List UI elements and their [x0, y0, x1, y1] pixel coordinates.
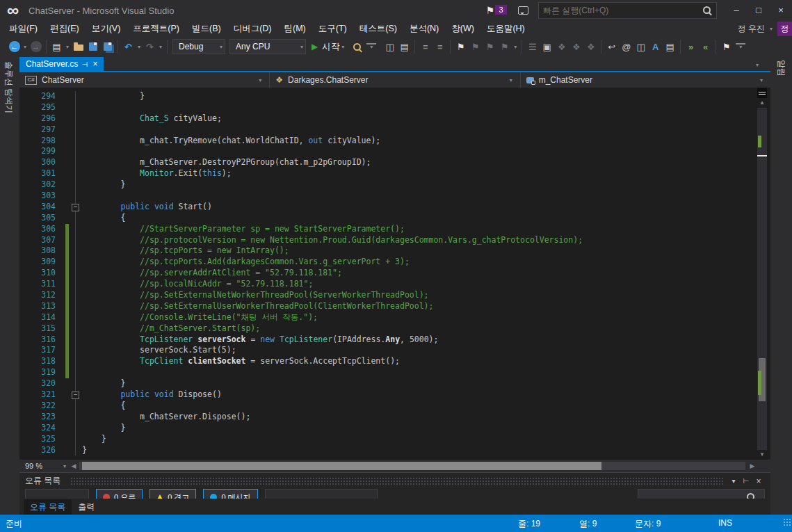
- navigate-marker-icon[interactable]: ◫: [633, 39, 648, 54]
- code-text[interactable]: //sp.serverAddrAtClient = "52.79.118.181…: [82, 268, 757, 279]
- code-text[interactable]: //sp.SetExternalUserWorkerThreadPool(Cli…: [82, 301, 757, 312]
- panel-title-bar[interactable]: 오류 목록 ▾ ⊣ ×: [19, 473, 770, 489]
- warnings-filter-button[interactable]: 0 경고: [149, 489, 196, 499]
- line-number[interactable]: 305: [19, 213, 56, 224]
- next-bookmark-icon[interactable]: ⚑: [483, 39, 497, 54]
- status-insert-mode[interactable]: INS: [718, 518, 732, 528]
- code-snippets-icon[interactable]: ▣: [540, 39, 554, 54]
- quick-launch-input[interactable]: [539, 6, 703, 15]
- line-number[interactable]: 300: [19, 157, 56, 168]
- code-text[interactable]: }: [82, 423, 757, 434]
- code-text[interactable]: serverSock.Start(5);: [82, 345, 757, 356]
- code-text[interactable]: }: [82, 378, 757, 389]
- chevron-down-icon[interactable]: ▾: [61, 463, 68, 469]
- code-text[interactable]: [82, 146, 757, 157]
- line-number[interactable]: 311: [19, 279, 56, 290]
- code-text[interactable]: //Console.WriteLine("채팅 서버 작동.");: [82, 312, 757, 323]
- copy-format-icon[interactable]: ▤: [397, 39, 412, 54]
- uncomment-selection-icon[interactable]: ≡: [433, 39, 447, 54]
- quick-launch-box[interactable]: [538, 2, 717, 19]
- line-number[interactable]: 308: [19, 245, 56, 257]
- menu-item[interactable]: 테스트(S): [353, 21, 403, 36]
- horizontal-scrollbar[interactable]: [79, 462, 745, 470]
- document-well-dropdown-icon[interactable]: ▾: [754, 62, 761, 68]
- increase-indent-icon[interactable]: »: [684, 39, 698, 54]
- code-text[interactable]: [82, 102, 757, 113]
- line-number[interactable]: 307: [19, 235, 56, 246]
- code-text[interactable]: //sp.protocolVersion = new Nettention.Pr…: [82, 235, 757, 246]
- editor-splitter-handle[interactable]: [757, 88, 767, 98]
- member-dropdown[interactable]: m_ChatServer ▾: [521, 72, 770, 88]
- panel-tab-active[interactable]: 오류 목록: [24, 499, 72, 515]
- vertical-scrollbar[interactable]: ▲ ▼: [757, 88, 767, 460]
- code-text[interactable]: {: [82, 401, 757, 412]
- code-text[interactable]: public void Start(): [82, 202, 757, 213]
- code-text[interactable]: m_ChatServer.DestroyP2PGroup(chat.m_p2pG…: [82, 157, 757, 168]
- code-text[interactable]: TcpClient clientSocket = serverSock.Acce…: [82, 356, 757, 367]
- scroll-right-icon[interactable]: ▶: [747, 462, 758, 469]
- solution-explorer-tab[interactable]: 솔루션 탐색기: [3, 61, 15, 113]
- line-number[interactable]: 323: [19, 412, 56, 423]
- menu-item[interactable]: 도구(T): [312, 21, 353, 36]
- pin-icon[interactable]: ⊣: [740, 477, 752, 485]
- panel-dropdown-icon[interactable]: ▾: [727, 477, 740, 485]
- menu-item[interactable]: 분석(N): [403, 21, 445, 36]
- code-text[interactable]: m_chat.TryRemove(chat.WorldChatID, out c…: [82, 136, 757, 147]
- code-text[interactable]: [82, 191, 757, 202]
- status-char[interactable]: 문자: 9: [635, 518, 661, 530]
- code-text[interactable]: {: [82, 213, 757, 224]
- sort-lines-icon[interactable]: A: [648, 39, 663, 54]
- line-number[interactable]: 303: [19, 191, 56, 202]
- scope-filter-dropdown[interactable]: [25, 489, 89, 499]
- messages-filter-button[interactable]: 0 메시지: [203, 489, 257, 499]
- line-number[interactable]: 310: [19, 268, 56, 279]
- notifications-button[interactable]: ⚑ 3: [485, 5, 507, 16]
- call-hierarchy-icon[interactable]: ❖: [554, 39, 569, 54]
- line-number[interactable]: 297: [19, 124, 56, 136]
- redo-icon[interactable]: ↷: [143, 39, 157, 54]
- error-list-search-box[interactable]: [638, 489, 765, 499]
- line-number[interactable]: 309: [19, 257, 56, 268]
- code-text[interactable]: [82, 124, 757, 136]
- code-text[interactable]: public void Dispose(): [82, 389, 757, 401]
- code-text[interactable]: Chat_S cityValue;: [82, 113, 757, 124]
- code-text[interactable]: m_ChatServer.Dispose();: [82, 412, 757, 423]
- line-number[interactable]: 322: [19, 401, 56, 412]
- menu-item[interactable]: 보기(V): [86, 21, 127, 36]
- toolbar-overflow-icon[interactable]: ▾: [736, 43, 745, 50]
- menu-item[interactable]: 창(W): [445, 21, 480, 36]
- line-number[interactable]: 299: [19, 146, 56, 157]
- line-number[interactable]: 324: [19, 423, 56, 434]
- close-button[interactable]: ×: [770, 1, 792, 19]
- code-text[interactable]: [82, 367, 757, 378]
- status-line[interactable]: 줄: 19: [518, 518, 540, 530]
- new-project-icon[interactable]: ▤: [49, 39, 64, 54]
- decrease-indent-icon[interactable]: «: [698, 39, 713, 54]
- task-list-icon[interactable]: ☰: [525, 39, 540, 54]
- horizontal-scrollbar-thumb[interactable]: [82, 462, 601, 470]
- menu-item[interactable]: 파일(F): [3, 21, 44, 36]
- copy-reference-icon[interactable]: ▤: [663, 39, 677, 54]
- line-number[interactable]: 302: [19, 179, 56, 191]
- redo-caret[interactable]: ▾: [157, 44, 164, 50]
- notifications-tab[interactable]: 알림: [775, 60, 787, 76]
- toggle-bookmark-icon[interactable]: ⚑: [453, 39, 468, 54]
- line-number[interactable]: 315: [19, 323, 56, 334]
- comment-selection-icon[interactable]: ≡: [418, 39, 433, 54]
- line-number[interactable]: 294: [19, 91, 56, 102]
- code-text[interactable]: }: [82, 91, 757, 102]
- zoom-level-dropdown[interactable]: 99 %: [19, 460, 61, 472]
- line-number[interactable]: 317: [19, 345, 56, 356]
- line-number[interactable]: 320: [19, 378, 56, 389]
- panel-tab-inactive[interactable]: 출력: [72, 499, 101, 515]
- code-text[interactable]: }: [82, 445, 757, 456]
- close-icon[interactable]: ×: [91, 59, 99, 69]
- open-file-icon[interactable]: [71, 39, 86, 54]
- menu-item[interactable]: 빌드(B): [186, 21, 227, 36]
- menu-item[interactable]: 도움말(H): [480, 21, 531, 36]
- line-number[interactable]: 319: [19, 367, 56, 378]
- navigate-forward-icon[interactable]: →: [29, 39, 43, 54]
- line-number[interactable]: 325: [19, 434, 56, 445]
- clear-bookmarks-icon[interactable]: ⚑: [497, 39, 512, 54]
- line-number[interactable]: 316: [19, 334, 56, 346]
